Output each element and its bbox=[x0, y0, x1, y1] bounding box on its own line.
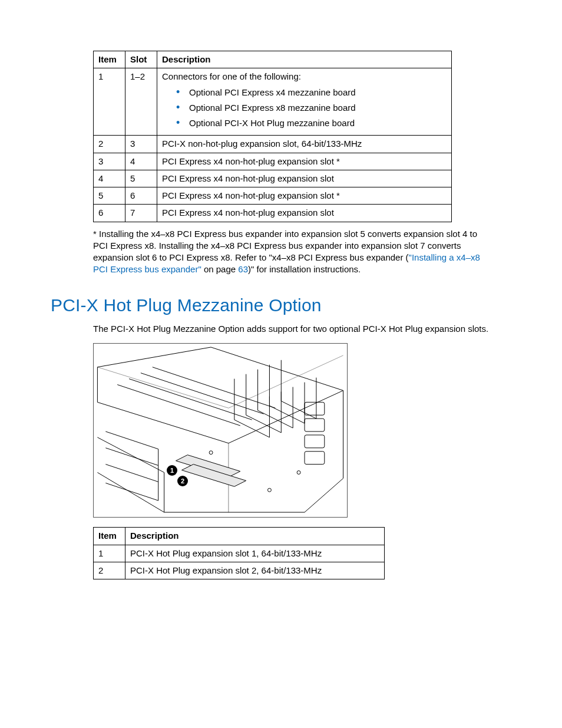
cell-slot: 4 bbox=[125, 153, 157, 170]
table-row: 4 5 PCI Express x4 non-hot-plug expansio… bbox=[94, 170, 452, 187]
cell-desc: Connectors for one of the following: Opt… bbox=[157, 68, 452, 136]
svg-point-13 bbox=[267, 489, 271, 492]
cell-desc: PCI-X non-hot-plug expansion slot, 64-bi… bbox=[157, 136, 452, 153]
svg-point-14 bbox=[297, 471, 300, 475]
table-row: 3 4 PCI Express x4 non-hot-plug expansio… bbox=[94, 153, 452, 170]
cell-item: 2 bbox=[94, 136, 125, 153]
table-row: 2 3 PCI-X non-hot-plug expansion slot, 6… bbox=[94, 136, 452, 153]
svg-rect-7 bbox=[305, 419, 325, 431]
cell-item: 1 bbox=[94, 68, 125, 136]
cell-desc: PCI Express x4 non-hot-plug expansion sl… bbox=[157, 170, 452, 187]
cell-slot: 1–2 bbox=[125, 68, 157, 136]
svg-line-3 bbox=[153, 367, 276, 409]
cell-item: 3 bbox=[94, 153, 125, 170]
table-row: 1 PCI-X Hot Plug expansion slot 1, 64-bi… bbox=[94, 545, 385, 562]
th-desc: Description bbox=[157, 51, 452, 68]
slot-table: Item Slot Description 1 1–2 Connectors f… bbox=[93, 51, 452, 222]
svg-line-1 bbox=[129, 379, 252, 420]
section-title: PCI-X Hot Plug Mezzanine Option bbox=[51, 294, 511, 318]
cell-desc: PCI-X Hot Plug expansion slot 1, 64-bit/… bbox=[125, 545, 385, 562]
cell-item: 6 bbox=[94, 205, 125, 222]
cell-desc: PCI Express x4 non-hot-plug expansion sl… bbox=[157, 187, 452, 205]
cell-desc: PCI Express x4 non-hot-plug expansion sl… bbox=[157, 153, 452, 170]
cell-item: 4 bbox=[94, 170, 125, 187]
cell-desc: PCI-X Hot Plug expansion slot 2, 64-bit/… bbox=[125, 562, 385, 579]
th-item: Item bbox=[94, 528, 125, 545]
list-item: Optional PCI Express x8 mezzanine board bbox=[176, 102, 447, 114]
cell-item: 2 bbox=[94, 562, 125, 579]
th-slot: Slot bbox=[125, 51, 157, 68]
svg-line-0 bbox=[117, 385, 240, 426]
footnote-text: on page bbox=[201, 264, 239, 274]
cell-item: 5 bbox=[94, 187, 125, 205]
table-row: 6 7 PCI Express x4 non-hot-plug expansio… bbox=[94, 205, 452, 222]
footnote-text: )" for installation instructions. bbox=[248, 264, 361, 274]
svg-rect-9 bbox=[305, 452, 325, 465]
list-item: Optional PCI-X Hot Plug mezzanine board bbox=[176, 117, 447, 129]
svg-rect-8 bbox=[305, 435, 325, 448]
footnote: * Installing the x4–x8 PCI Express bus e… bbox=[93, 228, 488, 276]
svg-line-10 bbox=[105, 448, 158, 466]
list-item: Optional PCI Express x4 mezzanine board bbox=[176, 87, 447, 98]
intro-paragraph: The PCI-X Hot Plug Mezzanine Option adds… bbox=[93, 323, 511, 335]
server-line-art-icon bbox=[94, 344, 347, 517]
mezzanine-figure: 1 2 bbox=[93, 343, 348, 518]
table-row: 5 6 PCI Express x4 non-hot-plug expansio… bbox=[94, 187, 452, 205]
cell-slot: 6 bbox=[125, 187, 157, 205]
desc-intro: Connectors for one of the following: bbox=[162, 71, 301, 81]
th-item: Item bbox=[94, 51, 125, 68]
cell-desc: PCI Express x4 non-hot-plug expansion sl… bbox=[157, 205, 452, 222]
svg-line-11 bbox=[105, 465, 158, 482]
cell-item: 1 bbox=[94, 545, 125, 562]
cell-slot: 7 bbox=[125, 205, 157, 222]
th-desc: Description bbox=[125, 528, 385, 545]
svg-line-2 bbox=[141, 373, 264, 414]
table-row: 2 PCI-X Hot Plug expansion slot 2, 64-bi… bbox=[94, 562, 385, 579]
table-row: 1 1–2 Connectors for one of the followin… bbox=[94, 68, 452, 136]
cell-slot: 5 bbox=[125, 170, 157, 187]
cell-slot: 3 bbox=[125, 136, 157, 153]
footnote-page-link[interactable]: 63 bbox=[238, 264, 248, 274]
mezzanine-slot-table: Item Description 1 PCI-X Hot Plug expans… bbox=[93, 527, 385, 579]
svg-rect-6 bbox=[305, 403, 325, 416]
svg-point-12 bbox=[209, 451, 213, 454]
